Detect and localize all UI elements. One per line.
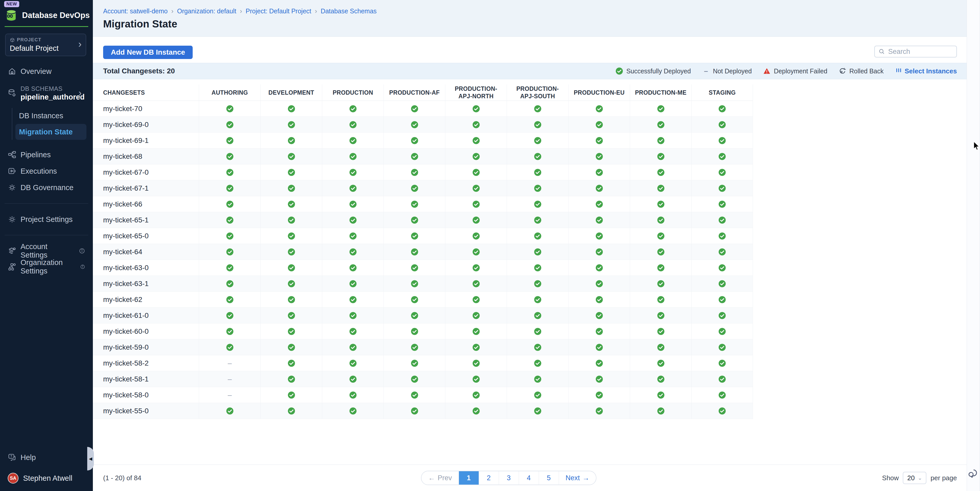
status-deployed-icon bbox=[383, 292, 445, 307]
status-deployed-icon bbox=[630, 164, 691, 180]
status-deployed-icon bbox=[691, 117, 753, 132]
status-deployed-icon bbox=[507, 228, 568, 244]
status-deployed-icon bbox=[445, 228, 507, 244]
breadcrumb-link[interactable]: Organization: default bbox=[177, 8, 236, 15]
status-deployed-icon bbox=[383, 308, 445, 323]
sidebar: NEW Database DevOps PROJECT Default Pro bbox=[0, 0, 93, 491]
prev-page-button[interactable]: ←Prev bbox=[422, 471, 459, 485]
page-button-2[interactable]: 2 bbox=[479, 471, 499, 485]
add-db-instance-button[interactable]: Add New DB Instance bbox=[103, 46, 192, 59]
governance-gear-icon bbox=[8, 183, 16, 192]
table-row: my-ticket-60-0 bbox=[93, 324, 753, 339]
page-size-value: 20 bbox=[907, 474, 915, 482]
status-deployed-icon bbox=[199, 308, 260, 323]
cube-icon bbox=[10, 37, 15, 43]
legend-item: Successfully Deployed bbox=[616, 67, 691, 75]
changeset-name: my-ticket-65-1 bbox=[93, 216, 199, 224]
gear-icon bbox=[8, 215, 16, 224]
sidebar-item-db-schemas[interactable]: DB SCHEMAS pipeline_authored › bbox=[0, 81, 93, 105]
status-deployed-icon bbox=[507, 101, 568, 116]
sidebar-item-pipelines[interactable]: Pipelines bbox=[0, 146, 93, 163]
changeset-name: my-ticket-67-1 bbox=[93, 184, 199, 192]
status-deployed-icon bbox=[383, 371, 445, 387]
breadcrumb-link[interactable]: Account: satwell-demo bbox=[103, 8, 168, 15]
changeset-name: my-ticket-63-1 bbox=[93, 280, 199, 288]
status-deployed-icon bbox=[322, 260, 383, 275]
status-deployed-icon bbox=[260, 117, 322, 132]
chevron-right-icon: › bbox=[78, 88, 81, 99]
changeset-name: my-ticket-67-0 bbox=[93, 168, 199, 176]
status-deployed-icon bbox=[568, 387, 630, 403]
status-deployed-icon bbox=[260, 260, 322, 275]
page-button-5[interactable]: 5 bbox=[539, 471, 559, 485]
status-deployed-icon bbox=[568, 164, 630, 180]
table-row: my-ticket-55-0 bbox=[93, 403, 753, 419]
status-deployed-icon bbox=[507, 324, 568, 339]
status-deployed-icon bbox=[322, 387, 383, 403]
status-deployed-icon bbox=[507, 212, 568, 228]
status-deployed-icon bbox=[630, 260, 691, 275]
table-row: my-ticket-58-0– bbox=[93, 387, 753, 403]
support-chat-icon[interactable] bbox=[967, 469, 978, 480]
status-deployed-icon bbox=[199, 260, 260, 275]
table-row: my-ticket-63-0 bbox=[93, 260, 753, 276]
changeset-name: my-ticket-64 bbox=[93, 248, 199, 256]
sidebar-item-migration-state[interactable]: Migration State bbox=[15, 124, 86, 140]
search-input[interactable] bbox=[888, 48, 953, 56]
show-label: Show bbox=[882, 474, 899, 482]
status-deployed-icon bbox=[199, 276, 260, 291]
changeset-name: my-ticket-55-0 bbox=[93, 407, 199, 415]
pipelines-icon bbox=[8, 150, 16, 159]
info-icon[interactable] bbox=[80, 264, 85, 270]
page-button-3[interactable]: 3 bbox=[499, 471, 519, 485]
page-button-1[interactable]: 1 bbox=[459, 471, 479, 485]
changeset-name: my-ticket-60-0 bbox=[93, 327, 199, 335]
status-deployed-icon bbox=[383, 196, 445, 212]
status-deployed-icon bbox=[260, 180, 322, 196]
status-deployed-icon bbox=[383, 387, 445, 403]
changeset-name: my-ticket-58-2 bbox=[93, 359, 199, 367]
sidebar-item-db-governance[interactable]: DB Governance bbox=[0, 179, 93, 196]
breadcrumb-link[interactable]: Database Schemas bbox=[321, 8, 377, 15]
status-deployed-icon bbox=[445, 101, 507, 116]
page-size-select[interactable]: 20 ⌄ bbox=[903, 472, 926, 484]
table-row: my-ticket-69-0 bbox=[93, 117, 753, 133]
sidebar-item-project-settings[interactable]: Project Settings bbox=[0, 211, 93, 227]
legend-item: Deployment Failed bbox=[763, 67, 827, 75]
status-deployed-icon bbox=[630, 212, 691, 228]
project-selector[interactable]: PROJECT Default Project › bbox=[5, 33, 86, 56]
sidebar-item-label: Migration State bbox=[19, 128, 73, 136]
info-icon[interactable] bbox=[79, 248, 85, 254]
user-menu[interactable]: SA Stephen Atwell bbox=[0, 472, 93, 484]
main-content: Account: satwell-demo›Organization: defa… bbox=[93, 0, 967, 491]
status-deployed-icon bbox=[322, 403, 383, 419]
legend-label: Successfully Deployed bbox=[626, 67, 691, 75]
rollback-icon bbox=[838, 67, 846, 75]
status-deployed-icon bbox=[260, 387, 322, 403]
status-deployed-icon bbox=[445, 355, 507, 371]
changeset-name: my-ticket-58-0 bbox=[93, 391, 199, 399]
page-button-4[interactable]: 4 bbox=[519, 471, 539, 485]
status-deployed-icon bbox=[199, 196, 260, 212]
select-instances-link[interactable]: Select Instances bbox=[895, 67, 957, 75]
breadcrumb-link[interactable]: Project: Default Project bbox=[246, 8, 312, 15]
status-deployed-icon bbox=[568, 244, 630, 260]
sidebar-item-db-instances[interactable]: DB Instances bbox=[12, 108, 93, 123]
sidebar-collapse-handle[interactable]: ◀ bbox=[87, 447, 94, 470]
sidebar-item-overview[interactable]: Overview bbox=[0, 64, 93, 79]
status-deployed-icon bbox=[691, 149, 753, 164]
sidebar-item-account-settings[interactable]: Account Settings bbox=[0, 243, 93, 259]
executions-icon bbox=[8, 167, 16, 175]
sidebar-item-label: Executions bbox=[21, 167, 57, 175]
sidebar-item-help[interactable]: ? Help bbox=[0, 450, 93, 466]
next-page-button[interactable]: Next→ bbox=[559, 471, 596, 485]
table-row: my-ticket-65-1 bbox=[93, 212, 753, 228]
table-row: my-ticket-70 bbox=[93, 101, 753, 117]
search-box[interactable] bbox=[874, 46, 957, 57]
status-deployed-icon bbox=[507, 180, 568, 196]
database-schema-icon bbox=[8, 89, 16, 97]
status-deployed-icon bbox=[445, 149, 507, 164]
sidebar-item-organization-settings[interactable]: Organization Settings bbox=[0, 259, 93, 275]
sidebar-item-executions[interactable]: Executions bbox=[0, 163, 93, 179]
status-deployed-icon bbox=[322, 101, 383, 116]
